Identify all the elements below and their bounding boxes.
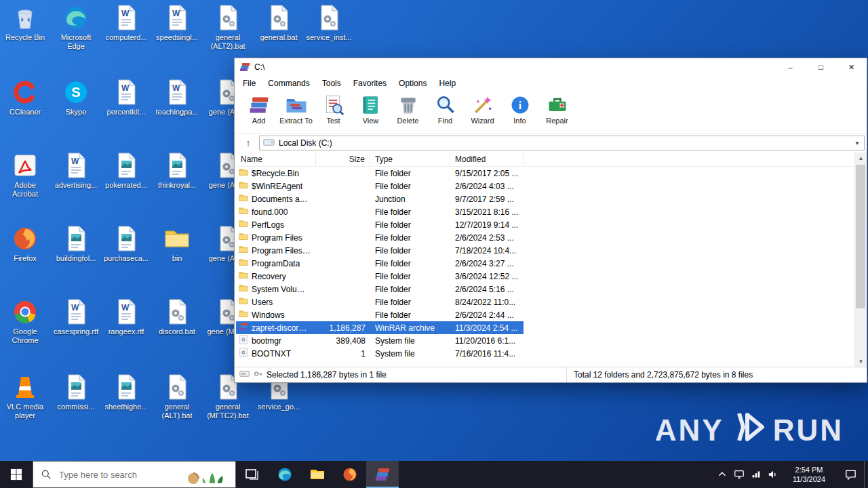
desktop-icon-microsoft-edge[interactable]: Microsoft Edge [52,4,100,51]
toolbar-wizard-button[interactable]: Wizard [464,92,501,125]
file-row-documents-and[interactable]: Documents and ...Junction9/7/2017 2:59 .… [236,192,524,205]
close-button[interactable]: ✕ [836,58,867,76]
toolbar-add-button[interactable]: Add [240,92,277,125]
desktop-icon-speedsingl[interactable]: Wspeedsingl... [153,4,201,42]
scroll-up-icon[interactable]: ▲ [855,152,867,163]
file-row-recycle-bin[interactable]: $Recycle.BinFile folder9/15/2017 2:05 ..… [236,167,524,180]
menu-item-file[interactable]: File [237,77,262,89]
file-row-windows[interactable]: WindowsFile folder2/6/2024 2:44 ... [236,308,524,321]
desktop-icon-general-alt-bat[interactable]: general (ALT).bat [153,373,201,420]
menu-item-tools[interactable]: Tools [316,77,347,89]
column-header-type[interactable]: Type [370,152,450,166]
column-header-size[interactable]: Size [316,152,370,166]
column-headers: NameSizeTypeModified [236,152,867,167]
hidden-icons-chevron-icon[interactable] [713,461,730,488]
file-row-programdata[interactable]: ProgramDataFile folder2/6/2024 3:27 ... [236,257,524,270]
desktop-icon-advertising[interactable]: Wadvertising... [52,152,100,190]
menu-item-help[interactable]: Help [433,77,462,89]
menu-item-favorites[interactable]: Favorites [347,77,393,89]
file-row-perflogs[interactable]: PerfLogsFile folder12/7/2019 9:14 ... [236,218,524,231]
desktop-icon-service-inst[interactable]: service_inst... [304,4,353,42]
maximize-button[interactable]: □ [806,58,836,76]
desktop-icon-general-bat[interactable]: general.bat [254,4,303,42]
desktop-icon-buildingfol[interactable]: buildingfol... [52,225,100,263]
toolbar-delete-button[interactable]: Delete [389,92,427,125]
desktop-icon-commissi[interactable]: commissi... [52,373,100,411]
desktop-icon-skype[interactable]: SSkype [52,79,100,117]
toolbar-test-button[interactable]: Test [315,92,352,125]
toolbar-view-button[interactable]: View [352,92,389,125]
file-row-system-volume-i[interactable]: System Volume I...File folder2/6/2024 5:… [236,283,524,296]
chevron-down-icon[interactable]: ▼ [850,140,864,146]
network-icon[interactable] [747,461,764,488]
taskbar-search[interactable] [33,461,236,488]
file-row-bootnxt[interactable]: BOOTNXT1System file7/16/2016 11:4... [236,347,524,360]
desktop-icon-computerd[interactable]: Wcomputerd... [102,4,151,42]
desktop-icon-ccleaner[interactable]: CCleaner [1,79,50,117]
file-name: Program Files [252,233,302,243]
desktop-icon-firefox[interactable]: Firefox [1,225,50,263]
start-button[interactable] [0,461,33,488]
up-one-level-button[interactable]: ↑ [237,138,259,148]
desktop-icon-general-alt2-bat[interactable]: general (ALT2).bat [203,4,252,51]
file-row-bootmgr[interactable]: bootmgr389,408System file11/20/2016 6:1.… [236,334,524,347]
mod-cell: 7/18/2024 10:4... [450,246,524,256]
file-row-recovery[interactable]: RecoveryFile folder3/6/2024 12:52 ... [236,270,524,283]
archive-icon [239,322,248,333]
column-header-modified[interactable]: Modified [450,152,524,166]
desktop-icon-vlc-media-player[interactable]: VLC media player [1,373,50,420]
file-row-winreagent[interactable]: $WinREAgentFile folder2/6/2024 4:03 ... [236,180,524,192]
file-row-found-000[interactable]: found.000File folder3/15/2021 8:16 ... [236,205,524,218]
clock-time: 2:54 PM [784,465,834,474]
desktop-icon-teachingpa[interactable]: Wteachingpa... [153,79,201,117]
taskbar-button-task-view[interactable] [236,461,269,488]
scrollbar-thumb[interactable] [856,165,865,308]
toolbar-info-button[interactable]: iInfo [501,92,538,125]
taskbar-button-firefox[interactable] [334,461,366,488]
taskbar-clock[interactable]: 2:54 PM 11/3/2024 [781,465,837,485]
address-combo[interactable]: Local Disk (C:) ▼ [259,136,865,150]
column-header-name[interactable]: Name [236,152,316,166]
desktop-icon-rangeex-rtf[interactable]: Wrangeex.rtf [102,298,151,336]
toolbar-extract-button[interactable]: Extract To [277,92,315,125]
desktop-icon-discord-bat[interactable]: discord.bat [153,298,201,336]
desktop-icon-percentkit[interactable]: Wpercentkit... [102,79,151,117]
taskbar-button-file-explorer[interactable] [301,461,334,488]
vertical-scrollbar[interactable]: ▲ ▼ [854,152,867,367]
file-row-program-files[interactable]: Program FilesFile folder2/6/2024 2:53 ..… [236,231,524,244]
name-cell: Program Files [236,232,316,243]
file-row-zapret-discord-y[interactable]: zapret-discord-y...1,186,287WinRAR archi… [236,321,524,334]
desktop-icon-purchaseca[interactable]: purchaseca... [102,225,151,263]
taskbar-button-winrar[interactable] [366,461,399,488]
doc-icon: W [113,4,140,31]
desktop-icon-thinkroyal[interactable]: thinkroyal... [153,152,201,190]
desktop-icon-label: casespring.rtf [52,327,100,336]
menu-item-options[interactable]: Options [393,77,433,89]
folder-icon [239,309,248,321]
toolbar-repair-button[interactable]: Repair [538,92,576,125]
desktop-icon-casespring-rtf[interactable]: Wcasespring.rtf [52,298,100,336]
desktop-icon-adobe-acrobat[interactable]: Adobe Acrobat [1,152,50,199]
action-center-icon[interactable] [837,461,864,488]
minimize-button[interactable]: – [775,58,806,76]
search-input[interactable] [58,469,162,481]
file-name: Windows [252,310,285,320]
desktop-icon-google-chrome[interactable]: Google Chrome [1,298,50,345]
desktop-icon-sheethighe[interactable]: sheethighe... [102,373,151,411]
scroll-down-icon[interactable]: ▼ [855,356,867,367]
type-cell: File folder [370,259,450,268]
chrome-icon [12,298,39,325]
toolbar-find-button[interactable]: Find [427,92,464,125]
show-desktop-button[interactable] [864,461,868,488]
taskbar-button-edge[interactable] [269,461,301,488]
desktop-icon-bin[interactable]: bin [153,225,201,263]
desktop-icon-pokerrated[interactable]: pokerrated... [102,152,151,190]
window-titlebar[interactable]: C:\ – □ ✕ [235,58,867,76]
file-row-users[interactable]: UsersFile folder8/24/2022 11:0... [236,296,524,308]
file-row-program-files-x[interactable]: Program Files (x...File folder7/18/2024 … [236,244,524,257]
desktop-icon-recycle-bin[interactable]: Recycle Bin [1,4,50,42]
type-cell: File folder [370,310,450,320]
volume-icon[interactable] [764,461,781,488]
menu-item-commands[interactable]: Commands [262,77,315,89]
monitor-icon[interactable] [730,461,747,488]
